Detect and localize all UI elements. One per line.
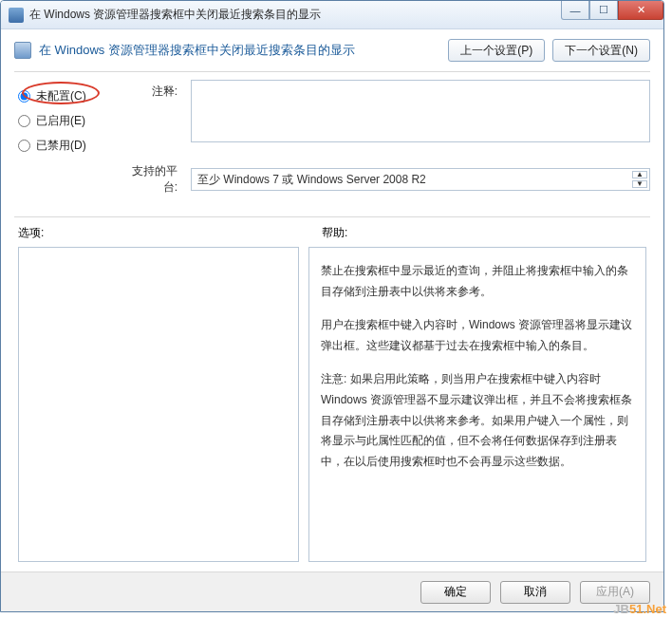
minimize-button[interactable]: —: [561, 1, 589, 20]
ok-button[interactable]: 确定: [420, 581, 491, 604]
panes: 禁止在搜索框中显示最近的查询，并阻止将搜索框中输入的条目存储到注册表中以供将来参…: [14, 241, 650, 562]
watermark-suffix: 51.Net: [629, 602, 666, 616]
separator-2: [14, 216, 650, 217]
window-title: 在 Windows 资源管理器搜索框中关闭最近搜索条目的显示: [29, 7, 321, 23]
window-controls: — ☐ ✕: [561, 1, 663, 20]
radio-disabled-input[interactable]: [18, 140, 30, 152]
close-button[interactable]: ✕: [618, 1, 663, 20]
options-label: 选项:: [18, 225, 322, 241]
supported-platform-text: 至少 Windows 7 或 Windows Server 2008 R2: [197, 173, 426, 186]
scroll-down-button[interactable]: ▼: [632, 180, 647, 188]
help-pane[interactable]: 禁止在搜索框中显示最近的查询，并阻止将搜索框中输入的条目存储到注册表中以供将来参…: [308, 247, 646, 562]
policy-title: 在 Windows 资源管理器搜索框中关闭最近搜索条目的显示: [39, 42, 440, 59]
app-icon: [9, 8, 24, 23]
header-row: 在 Windows 资源管理器搜索框中关闭最近搜索条目的显示 上一个设置(P) …: [14, 39, 650, 62]
help-paragraph: 用户在搜索框中键入内容时，Windows 资源管理器将显示建议弹出框。这些建议都…: [321, 315, 634, 356]
radio-not-configured-input[interactable]: [18, 90, 30, 103]
radio-disabled-label: 已禁用(D): [36, 138, 86, 154]
policy-icon: [14, 42, 31, 59]
titlebar[interactable]: 在 Windows 资源管理器搜索框中关闭最近搜索条目的显示 — ☐ ✕: [1, 1, 663, 29]
pane-labels: 选项: 帮助:: [14, 225, 650, 241]
supported-label: 支持的平台:: [122, 163, 177, 196]
footer: 确定 取消 应用(A): [1, 571, 663, 611]
radio-enabled-input[interactable]: [18, 115, 30, 127]
supported-row: 支持的平台: 至少 Windows 7 或 Windows Server 200…: [14, 163, 650, 196]
watermark-prefix: JB: [613, 602, 629, 616]
watermark: JB51.Net: [613, 602, 666, 616]
content-area: 在 Windows 资源管理器搜索框中关闭最近搜索条目的显示 上一个设置(P) …: [1, 29, 663, 562]
radio-not-configured-label: 未配置(C): [36, 88, 86, 104]
radio-not-configured[interactable]: 未配置(C): [18, 84, 109, 108]
config-row: 未配置(C) 已启用(E) 已禁用(D) 注释:: [14, 80, 650, 158]
separator: [14, 71, 650, 72]
help-paragraph: 注意: 如果启用此策略，则当用户在搜索框中键入内容时 Windows 资源管理器…: [321, 369, 634, 472]
apply-button: 应用(A): [580, 581, 650, 604]
radio-enabled-label: 已启用(E): [36, 113, 85, 129]
maximize-button[interactable]: ☐: [589, 1, 618, 20]
previous-setting-button[interactable]: 上一个设置(P): [448, 39, 545, 62]
cancel-button[interactable]: 取消: [500, 581, 570, 604]
help-paragraph: 禁止在搜索框中显示最近的查询，并阻止将搜索框中输入的条目存储到注册表中以供将来参…: [321, 261, 634, 302]
options-pane[interactable]: [18, 247, 299, 562]
radio-disabled[interactable]: 已禁用(D): [18, 133, 109, 158]
supported-platform-box: 至少 Windows 7 或 Windows Server 2008 R2 ▲ …: [191, 168, 650, 191]
comment-label: 注释:: [122, 80, 177, 158]
scroll-up-button[interactable]: ▲: [632, 171, 647, 178]
radio-group: 未配置(C) 已启用(E) 已禁用(D): [18, 80, 109, 158]
radio-enabled[interactable]: 已启用(E): [18, 108, 109, 133]
help-label: 帮助:: [322, 225, 347, 241]
next-setting-button[interactable]: 下一个设置(N): [552, 39, 650, 62]
dialog-window: 在 Windows 资源管理器搜索框中关闭最近搜索条目的显示 — ☐ ✕ 在 W…: [0, 0, 664, 612]
comment-textarea[interactable]: [191, 80, 650, 142]
